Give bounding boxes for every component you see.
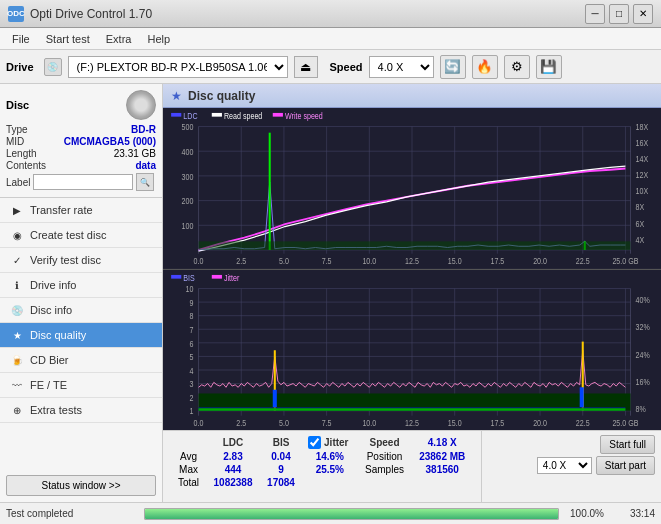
status-text: Test completed (6, 508, 136, 519)
menu-start-test[interactable]: Start test (38, 31, 98, 47)
svg-rect-110 (580, 387, 584, 407)
maximize-button[interactable]: □ (609, 4, 629, 24)
svg-rect-5 (273, 113, 283, 117)
svg-text:2.5: 2.5 (236, 256, 246, 266)
status-window-button[interactable]: Status window >> (6, 475, 156, 496)
stats-max-row: Max 444 9 25.5% Samples 381560 (171, 463, 473, 476)
title-controls: ─ □ ✕ (585, 4, 653, 24)
disc-mid-row: MID CMCMAGBA5 (000) (6, 136, 156, 147)
svg-text:15.0: 15.0 (448, 417, 462, 427)
charts-area: LDC Read speed Write speed (163, 108, 661, 430)
sidebar-item-cd-bier-label: CD Bier (30, 354, 69, 366)
disc-mid-label: MID (6, 136, 24, 147)
max-bis: 9 (260, 463, 302, 476)
stats-table-area: LDC BIS Jitter Speed (163, 431, 481, 502)
close-button[interactable]: ✕ (633, 4, 653, 24)
panel-header: ★ Disc quality (163, 84, 661, 108)
burn-button[interactable]: 🔥 (472, 55, 498, 79)
svg-text:3: 3 (190, 379, 194, 389)
drive-select[interactable]: (F:) PLEXTOR BD-R PX-LB950SA 1.06 (68, 56, 288, 78)
disc-type-row: Type BD-R (6, 124, 156, 135)
sidebar-item-transfer-rate-label: Transfer rate (30, 204, 93, 216)
max-ldc: 444 (206, 463, 260, 476)
svg-text:12.5: 12.5 (405, 417, 419, 427)
svg-rect-55 (212, 274, 222, 278)
eject-button[interactable]: ⏏ (294, 56, 318, 78)
sidebar-item-extra-tests-label: Extra tests (30, 404, 82, 416)
avg-jitter: 14.6% (302, 450, 358, 463)
position-value: 23862 MB (411, 450, 473, 463)
svg-text:12.5: 12.5 (405, 256, 419, 266)
disc-mid-value: CMCMAGBA5 (000) (64, 136, 156, 147)
sidebar-item-transfer-rate[interactable]: ▶ Transfer rate (0, 198, 162, 223)
svg-text:100: 100 (182, 221, 194, 231)
total-bis: 17084 (260, 476, 302, 489)
svg-text:7.5: 7.5 (322, 417, 332, 427)
drive-icon: 💿 (44, 58, 62, 76)
menu-file[interactable]: File (4, 31, 38, 47)
speed-combo-select[interactable]: 4.0 X (537, 457, 592, 474)
svg-rect-109 (273, 389, 277, 406)
refresh-button[interactable]: 🔄 (440, 55, 466, 79)
svg-text:8%: 8% (636, 404, 646, 414)
total-label: Total (171, 476, 206, 489)
svg-text:7.5: 7.5 (322, 256, 332, 266)
speed-select[interactable]: 4.0 X (369, 56, 434, 78)
start-part-button[interactable]: Start part (596, 456, 655, 475)
save-button[interactable]: 💾 (536, 55, 562, 79)
start-full-button[interactable]: Start full (600, 435, 655, 454)
svg-text:2.5: 2.5 (236, 417, 246, 427)
svg-text:8X: 8X (636, 203, 645, 213)
speed-label: Speed (330, 61, 363, 73)
panel-title: Disc quality (188, 89, 255, 103)
sidebar-item-create-test-disc-label: Create test disc (30, 229, 106, 241)
stats-bar: LDC BIS Jitter Speed (163, 430, 661, 502)
sidebar-item-disc-quality[interactable]: ★ Disc quality (0, 323, 162, 348)
svg-text:40%: 40% (636, 295, 650, 305)
main-layout: Disc Type BD-R MID CMCMAGBA5 (000) Lengt… (0, 84, 661, 502)
settings-button[interactable]: ⚙ (504, 55, 530, 79)
jitter-checkbox[interactable] (308, 436, 321, 449)
svg-rect-3 (212, 113, 222, 117)
transfer-rate-icon: ▶ (10, 203, 24, 217)
svg-text:16X: 16X (636, 139, 649, 149)
svg-text:LDC: LDC (183, 111, 197, 121)
minimize-button[interactable]: ─ (585, 4, 605, 24)
sidebar-item-drive-info-label: Drive info (30, 279, 76, 291)
sidebar-item-drive-info[interactable]: ℹ Drive info (0, 273, 162, 298)
svg-text:17.5: 17.5 (490, 417, 504, 427)
sidebar-item-disc-info[interactable]: 💿 Disc info (0, 298, 162, 323)
stats-table: LDC BIS Jitter Speed (171, 435, 473, 489)
sidebar-item-create-test-disc[interactable]: ◉ Create test disc (0, 223, 162, 248)
disc-contents-label: Contents (6, 160, 46, 171)
svg-text:0.0: 0.0 (194, 417, 204, 427)
svg-text:Read speed: Read speed (224, 111, 262, 121)
progress-percentage: 100.0% (567, 508, 607, 519)
svg-text:7: 7 (190, 325, 194, 335)
disc-label-input[interactable] (33, 174, 133, 190)
svg-text:15.0: 15.0 (448, 256, 462, 266)
svg-text:10X: 10X (636, 187, 649, 197)
menu-extra[interactable]: Extra (98, 31, 140, 47)
sidebar-item-fe-te[interactable]: 〰 FE / TE (0, 373, 162, 398)
drive-label: Drive (6, 61, 34, 73)
svg-text:300: 300 (182, 172, 194, 182)
menu-help[interactable]: Help (139, 31, 178, 47)
svg-text:10.0: 10.0 (362, 256, 376, 266)
panel-header-icon: ★ (171, 89, 182, 103)
svg-text:32%: 32% (636, 322, 650, 332)
svg-text:1: 1 (190, 406, 194, 416)
svg-text:12X: 12X (636, 171, 649, 181)
speed-stat-label: Speed (369, 437, 399, 448)
stats-col-speed-label: Speed (358, 435, 412, 450)
disc-label-button[interactable]: 🔍 (136, 173, 154, 191)
svg-text:2: 2 (190, 393, 194, 403)
sidebar-item-extra-tests[interactable]: ⊕ Extra tests (0, 398, 162, 423)
sidebar-item-verify-test-disc[interactable]: ✓ Verify test disc (0, 248, 162, 273)
stats-col-jitter-check: Jitter (302, 435, 358, 450)
svg-text:8: 8 (190, 311, 194, 321)
avg-ldc: 2.83 (206, 450, 260, 463)
svg-text:Write speed: Write speed (285, 111, 323, 121)
svg-text:9: 9 (190, 298, 194, 308)
sidebar-item-cd-bier[interactable]: 🍺 CD Bier (0, 348, 162, 373)
